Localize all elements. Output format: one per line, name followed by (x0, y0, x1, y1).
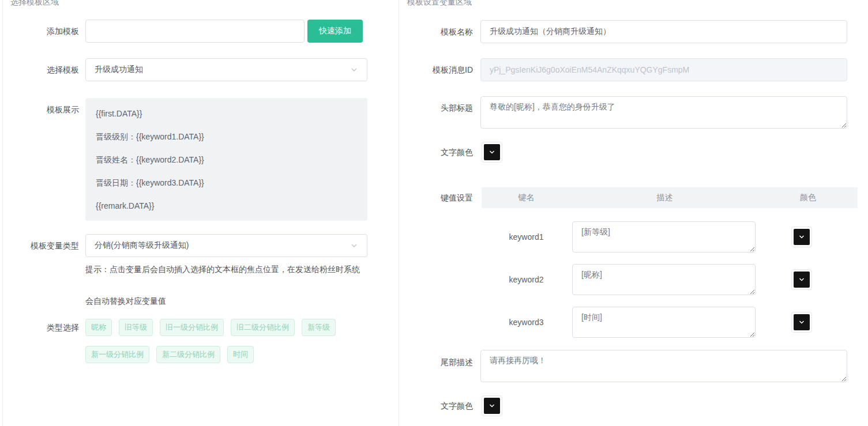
type-tag-old-level[interactable]: 旧等级 (119, 319, 153, 336)
keyvalue-label: 键值设置 (399, 192, 473, 203)
type-tag-new-level[interactable]: 新等级 (302, 319, 336, 336)
template-config-page: 选择模板区域 添加模板 快速添加 选择模板 升级成功通知 模板展示 {{firs… (0, 0, 868, 426)
type-tag-old-l2-ratio[interactable]: 旧二级分销比例 (231, 319, 295, 336)
chevron-down-icon (489, 149, 495, 156)
color-swatch (794, 229, 810, 245)
type-tag-new-l2-ratio[interactable]: 新二级分销比例 (156, 346, 220, 363)
color-swatch (484, 398, 500, 414)
keyvalue-table-header: 键名 描述 颜色 (482, 187, 858, 208)
add-template-label: 添加模板 (0, 25, 79, 37)
preview-line: {{remark.DATA}} (96, 201, 357, 211)
chevron-down-icon (350, 242, 358, 250)
preview-line: 晋级姓名：{{keyword2.DATA}} (96, 155, 357, 165)
type-tag-nickname[interactable]: 昵称 (85, 319, 112, 336)
preview-line: 晋级级别：{{keyword1.DATA}} (96, 132, 357, 142)
column-header-key: 键名 (482, 193, 571, 203)
keyword3-color-picker[interactable] (791, 312, 812, 333)
chevron-down-icon (798, 319, 805, 326)
type-select-label: 类型选择 (0, 322, 79, 333)
type-tag-old-l1-ratio[interactable]: 旧一级分销比例 (160, 319, 224, 336)
keyword1-color-picker[interactable] (791, 227, 812, 247)
header-title-label: 头部标题 (399, 102, 473, 114)
variable-hint-line-1: 提示：点击变量后会自动插入选择的文本框的焦点位置，在发送给粉丝时系统 (85, 263, 360, 275)
type-tag-time[interactable]: 时间 (227, 346, 254, 363)
variable-type-label: 模板变量类型 (0, 240, 79, 251)
column-header-color: 颜色 (758, 193, 858, 203)
footer-desc-label: 尾部描述 (399, 356, 473, 368)
color-swatch (484, 144, 500, 160)
keyword2-color-picker[interactable] (791, 269, 812, 290)
variable-type-select-value: 分销(分销商等级升级通知) (95, 240, 350, 251)
variable-hint-line-2: 会自动替换对应变量值 (85, 295, 166, 307)
text-color-top-picker[interactable] (482, 142, 502, 163)
template-select-value: 升级成功通知 (95, 65, 350, 75)
template-select[interactable]: 升级成功通知 (85, 58, 367, 81)
template-preview-label: 模板展示 (0, 104, 79, 115)
chevron-down-icon (798, 233, 805, 240)
text-color-bottom-label: 文字颜色 (399, 400, 473, 412)
left-panel-title: 选择模板区域 (10, 0, 59, 7)
select-template-label: 选择模板 (0, 64, 79, 76)
right-panel-title: 模板设置变量区域 (407, 0, 472, 7)
chevron-down-icon (489, 402, 495, 409)
chevron-down-icon (350, 66, 358, 74)
preview-line: {{first.DATA}} (96, 109, 357, 119)
keyword3-desc-textarea[interactable]: [时间] (572, 307, 756, 338)
text-color-bottom-picker[interactable] (482, 395, 502, 416)
variable-type-select[interactable]: 分销(分销商等级升级通知) (85, 234, 367, 257)
template-preview-box: {{first.DATA}} 晋级级别：{{keyword1.DATA}} 晋级… (85, 98, 367, 221)
keyword3-key: keyword3 (482, 316, 571, 328)
template-msg-id-input (480, 58, 847, 81)
color-swatch (794, 272, 810, 288)
type-tag-new-l1-ratio[interactable]: 新一级分销比例 (85, 346, 149, 363)
quick-add-button[interactable]: 快速添加 (307, 20, 363, 43)
template-name-label: 模板名称 (399, 26, 473, 37)
keyword2-desc-textarea[interactable]: [昵称] (572, 264, 756, 295)
template-msg-id-label: 模板消息ID (399, 64, 473, 76)
color-swatch (794, 314, 810, 330)
chevron-down-icon (798, 276, 805, 283)
keyword1-key: keyword1 (482, 231, 571, 243)
add-template-input[interactable] (85, 20, 305, 43)
column-header-desc: 描述 (571, 193, 758, 203)
text-color-top-label: 文字颜色 (399, 146, 473, 158)
footer-desc-textarea[interactable]: 请再接再厉哦！ (480, 350, 847, 382)
type-tag-list: 昵称 旧等级 旧一级分销比例 旧二级分销比例 新等级 新一级分销比例 新二级分销… (85, 319, 367, 363)
template-name-input[interactable] (480, 20, 847, 43)
keyword1-desc-textarea[interactable]: [新等级] (572, 221, 756, 252)
header-title-textarea[interactable]: 尊敬的[昵称]，恭喜您的身份升级了 (480, 96, 847, 129)
keyword2-key: keyword2 (482, 274, 571, 285)
preview-line: 晋级日期：{{keyword3.DATA}} (96, 178, 357, 188)
